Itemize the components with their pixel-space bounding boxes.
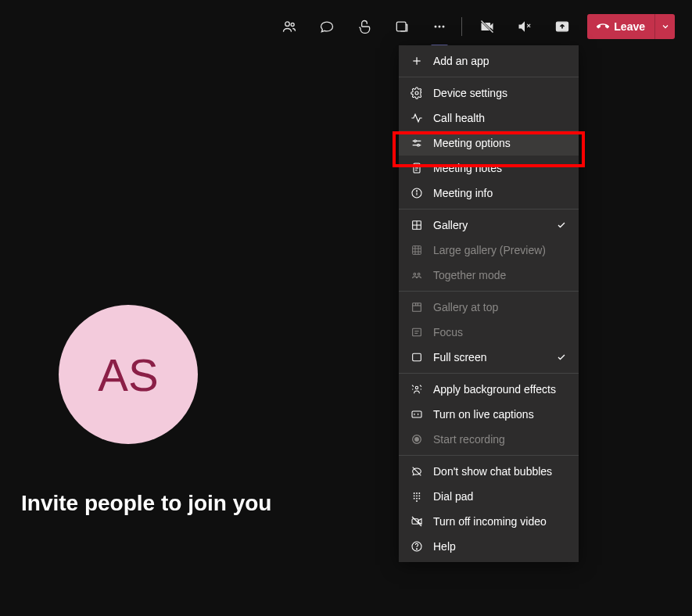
camera-off-icon[interactable]: [468, 14, 506, 39]
menu-label: Help: [433, 540, 568, 553]
menu-label: Turn on live captions: [433, 408, 568, 421]
svg-point-55: [416, 495, 418, 496]
menu-add-app[interactable]: Add an app: [399, 48, 579, 73]
dialpad-icon: [410, 489, 424, 503]
large-gallery-icon: [410, 243, 424, 257]
leave-label: Leave: [614, 20, 645, 33]
svg-point-59: [418, 498, 420, 500]
menu-label: Gallery at top: [433, 301, 568, 313]
svg-point-54: [414, 495, 415, 496]
gear-icon: [410, 86, 424, 100]
svg-line-43: [412, 385, 414, 387]
svg-point-52: [416, 492, 418, 494]
menu-label: Meeting options: [433, 137, 568, 149]
menu-meeting-info[interactable]: Meeting info: [399, 181, 579, 206]
participant-avatar: AS: [59, 305, 198, 444]
svg-point-16: [418, 144, 420, 146]
menu-device-settings[interactable]: Device settings: [399, 81, 579, 106]
leave-button-group: Leave: [587, 14, 675, 39]
menu-label: Large gallery (Preview): [433, 244, 568, 256]
menu-label: Dial pad: [433, 490, 568, 503]
background-icon: [410, 382, 424, 396]
menu-label: Turn off incoming video: [433, 515, 568, 528]
svg-point-4: [439, 26, 441, 28]
svg-point-57: [414, 498, 415, 500]
gallery-icon: [410, 218, 424, 232]
help-icon: [410, 539, 424, 553]
rooms-icon[interactable]: [383, 14, 421, 39]
svg-point-65: [416, 549, 417, 550]
check-icon: [555, 219, 568, 231]
menu-meeting-options[interactable]: Meeting options: [399, 131, 579, 156]
more-actions-menu: Add an app Device settings Call health M…: [399, 45, 579, 562]
menu-gallery[interactable]: Gallery: [399, 213, 579, 238]
toolbar-divider: [461, 17, 462, 36]
svg-line-44: [420, 385, 421, 387]
svg-point-1: [291, 23, 294, 27]
menu-turn-off-incoming-video[interactable]: Turn off incoming video: [399, 509, 579, 534]
svg-point-5: [443, 26, 445, 28]
svg-point-56: [418, 495, 420, 496]
invite-heading: Invite people to join you: [21, 491, 271, 516]
svg-point-42: [415, 386, 418, 389]
svg-point-51: [414, 492, 415, 494]
menu-label: Call health: [433, 112, 568, 124]
menu-label: Together mode: [433, 269, 568, 281]
leave-chevron-icon[interactable]: [654, 14, 675, 39]
svg-rect-38: [413, 328, 421, 335]
svg-point-60: [416, 500, 418, 502]
svg-point-49: [415, 438, 419, 442]
menu-label: Apply background effects: [433, 383, 568, 396]
svg-rect-27: [413, 246, 421, 255]
gallery-top-icon: [410, 300, 424, 314]
more-actions-icon[interactable]: [421, 14, 458, 39]
menu-label: Gallery: [433, 219, 546, 231]
notes-icon: [410, 161, 424, 175]
svg-line-63: [412, 517, 421, 526]
menu-label: Meeting notes: [433, 162, 568, 174]
menu-call-health[interactable]: Call health: [399, 106, 579, 131]
menu-full-screen[interactable]: Full screen: [399, 345, 579, 370]
svg-text:×: ×: [527, 22, 531, 30]
reactions-icon[interactable]: [346, 14, 383, 39]
video-off-icon: [410, 514, 424, 528]
svg-point-0: [285, 22, 290, 26]
pulse-icon: [410, 111, 424, 125]
menu-label: Full screen: [433, 351, 546, 364]
focus-icon: [410, 325, 424, 339]
captions-icon: [410, 407, 424, 421]
menu-gallery-at-top: Gallery at top: [399, 295, 579, 320]
menu-help[interactable]: Help: [399, 534, 579, 559]
menu-meeting-notes[interactable]: Meeting notes: [399, 156, 579, 181]
share-screen-icon[interactable]: [543, 14, 581, 39]
meeting-toolbar: × Leave: [271, 14, 675, 39]
menu-label: Device settings: [433, 87, 568, 99]
svg-point-53: [418, 492, 420, 494]
svg-rect-47: [412, 411, 421, 417]
record-icon: [410, 432, 424, 446]
svg-point-23: [416, 191, 417, 192]
menu-together-mode: Together mode: [399, 263, 579, 288]
chat-off-icon: [410, 464, 424, 478]
menu-label: Don't show chat bubbles: [433, 465, 568, 478]
menu-label: Focus: [433, 326, 568, 338]
avatar-initials: AS: [98, 349, 158, 401]
menu-label: Meeting info: [433, 187, 568, 199]
menu-label: Add an app: [433, 55, 568, 67]
participants-icon[interactable]: [271, 14, 308, 39]
mic-muted-icon[interactable]: ×: [506, 14, 543, 39]
menu-apply-background[interactable]: Apply background effects: [399, 377, 579, 402]
svg-point-32: [414, 273, 416, 275]
menu-dial-pad[interactable]: Dial pad: [399, 484, 579, 509]
sliders-icon: [410, 136, 424, 150]
svg-point-58: [416, 498, 418, 500]
chat-icon[interactable]: [308, 14, 346, 39]
leave-button[interactable]: Leave: [587, 14, 654, 39]
info-icon: [410, 186, 424, 200]
together-icon: [410, 268, 424, 282]
plus-icon: [410, 54, 424, 68]
menu-live-captions[interactable]: Turn on live captions: [399, 402, 579, 427]
menu-dont-show-chat[interactable]: Don't show chat bubbles: [399, 459, 579, 484]
menu-large-gallery: Large gallery (Preview): [399, 238, 579, 263]
svg-point-12: [415, 91, 418, 95]
